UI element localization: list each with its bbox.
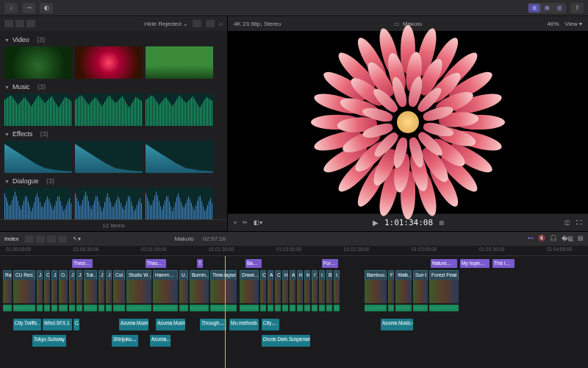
import-button[interactable]: ↓ bbox=[4, 3, 18, 13]
clip-video-thumb[interactable] bbox=[190, 280, 209, 303]
timeline-tracks[interactable]: Thesi…Thes…T…Ba…For…Nature…My hope…This … bbox=[0, 256, 588, 368]
category-dialogue[interactable]: ▼Dialogue (3) bbox=[4, 177, 223, 185]
tools-icon[interactable]: ✂︎ bbox=[243, 219, 248, 226]
workspace-seg-3[interactable]: ▥ bbox=[553, 4, 565, 13]
snapping-icon[interactable]: �磁 bbox=[562, 235, 573, 243]
clip-audio2[interactable]: City Traffic bbox=[13, 319, 41, 330]
clip-video-thumb[interactable] bbox=[413, 280, 428, 303]
clip-marker[interactable]: T… bbox=[197, 259, 203, 268]
clip-audio2[interactable]: Azuma… bbox=[150, 335, 171, 347]
clip-video-thumb[interactable] bbox=[84, 280, 97, 303]
clip-connected-audio[interactable] bbox=[126, 305, 151, 311]
playhead[interactable] bbox=[225, 256, 226, 368]
clip-video-thumb[interactable] bbox=[126, 280, 151, 303]
clip-video-thumb[interactable] bbox=[240, 280, 259, 303]
clip-audio2[interactable]: Shinjuku… bbox=[112, 335, 138, 347]
titles-icon[interactable] bbox=[26, 20, 35, 27]
clip-video-thumb[interactable] bbox=[319, 280, 325, 303]
search-icon[interactable]: ⌕ bbox=[219, 20, 223, 27]
clip-video-thumb[interactable] bbox=[388, 280, 394, 303]
clip-connected-audio[interactable] bbox=[268, 305, 273, 311]
clip-video-thumb[interactable] bbox=[44, 280, 50, 303]
clip-connected-audio[interactable] bbox=[84, 305, 97, 311]
retime-icon[interactable]: ◧▾ bbox=[254, 219, 262, 226]
clip-audio2[interactable]: Tokyo Subway bbox=[32, 335, 66, 347]
effect-thumb[interactable] bbox=[75, 141, 143, 173]
timeline-appearance-icon[interactable]: ▤ bbox=[578, 235, 584, 243]
clip-connected-audio[interactable] bbox=[240, 305, 259, 311]
clip-connected-audio[interactable] bbox=[69, 305, 75, 311]
workspace-seg-1[interactable]: ▦ bbox=[528, 4, 540, 13]
clip-video-thumb[interactable] bbox=[179, 280, 188, 303]
photos-icon[interactable] bbox=[15, 20, 24, 27]
clip-connected-audio[interactable] bbox=[260, 305, 266, 311]
clip-video-thumb[interactable] bbox=[275, 280, 281, 303]
clip-connected-audio[interactable] bbox=[326, 305, 332, 311]
clip-video-thumb[interactable] bbox=[304, 280, 310, 303]
keyword-button[interactable]: ⊸ bbox=[22, 3, 35, 13]
clip-connected-audio[interactable] bbox=[429, 305, 459, 311]
clip-video-thumb[interactable] bbox=[13, 280, 35, 303]
clip-connected-audio[interactable] bbox=[275, 305, 281, 311]
clip-video-thumb[interactable] bbox=[153, 280, 178, 303]
clip-video-thumb[interactable] bbox=[69, 280, 75, 303]
timeline-ruler[interactable]: 01:00:00:0001:00:30:0001:01:00:0001:01:3… bbox=[0, 246, 588, 256]
clip-connected-audio[interactable] bbox=[113, 305, 125, 311]
filter-dropdown[interactable]: Hide Rejected ⌄ bbox=[145, 21, 188, 27]
video-thumb[interactable] bbox=[146, 46, 213, 79]
dialogue-thumb[interactable] bbox=[75, 188, 143, 219]
clip-connected-audio[interactable] bbox=[37, 305, 43, 311]
clip-audio2[interactable]: Wind SFX 1 bbox=[43, 319, 72, 330]
clip-connected-audio[interactable] bbox=[3, 305, 12, 311]
clip-video-thumb[interactable] bbox=[365, 280, 387, 303]
clip-connected-audio[interactable] bbox=[106, 305, 112, 311]
category-video[interactable]: ▼Video (3) bbox=[4, 36, 223, 43]
category-effects[interactable]: ▼Effects (3) bbox=[4, 130, 223, 138]
clip-video-thumb[interactable] bbox=[3, 280, 12, 303]
arrow-tool-icon[interactable]: ↖︎▾ bbox=[73, 236, 81, 242]
timeline-layout-icon[interactable] bbox=[36, 236, 45, 243]
clip-marker[interactable]: My hope… bbox=[460, 259, 490, 268]
clip-connected-audio[interactable] bbox=[190, 305, 209, 311]
clip-connected-audio[interactable] bbox=[210, 305, 237, 311]
effect-thumb[interactable] bbox=[146, 141, 213, 173]
clip-video-thumb[interactable] bbox=[210, 280, 237, 303]
clip-video-thumb[interactable] bbox=[106, 280, 112, 303]
clip-video-thumb[interactable] bbox=[260, 280, 266, 303]
clip-marker[interactable]: Nature… bbox=[431, 259, 457, 268]
clip-audio2[interactable]: Through… bbox=[200, 319, 226, 330]
clip-video-thumb[interactable] bbox=[268, 280, 273, 303]
clip-connected-audio[interactable] bbox=[413, 305, 428, 311]
clip-video-thumb[interactable] bbox=[76, 280, 82, 303]
clip-connected-audio[interactable] bbox=[282, 305, 288, 311]
clip-connected-audio[interactable] bbox=[153, 305, 178, 311]
clip-marker[interactable]: For… bbox=[322, 259, 338, 268]
clip-connected-audio[interactable] bbox=[395, 305, 412, 311]
effect-thumb[interactable] bbox=[4, 141, 72, 173]
clip-connected-audio[interactable] bbox=[297, 305, 303, 311]
clip-marker[interactable]: Thes… bbox=[146, 259, 166, 268]
share-button[interactable]: ⇪ bbox=[570, 3, 584, 13]
clip-connected-audio[interactable] bbox=[304, 305, 310, 311]
play-button[interactable]: ▶ bbox=[373, 219, 379, 227]
audio-meter-icon[interactable]: ▮▮ bbox=[439, 219, 443, 226]
workspace-segmented[interactable]: ▦ ▤ ▥ bbox=[528, 3, 566, 13]
video-thumb[interactable] bbox=[4, 46, 72, 79]
video-thumb[interactable] bbox=[75, 46, 143, 79]
clip-connected-audio[interactable] bbox=[76, 305, 82, 311]
clip-video-thumb[interactable] bbox=[51, 280, 57, 303]
clip-video-thumb[interactable] bbox=[282, 280, 288, 303]
dialogue-thumb[interactable] bbox=[146, 188, 213, 219]
loop-icon[interactable]: ◫ bbox=[564, 219, 570, 226]
prev-edit-icon[interactable]: ▿ bbox=[234, 219, 237, 226]
clip-audio2[interactable]: Mu methods… bbox=[229, 319, 259, 330]
clip-appearance-icon[interactable] bbox=[193, 20, 201, 27]
clip-video-thumb[interactable] bbox=[395, 280, 412, 303]
clip-audio2[interactable]: Drone Dark Suspense 1 bbox=[262, 335, 310, 347]
audio-thumb[interactable] bbox=[146, 93, 213, 126]
timeline-layout-icon[interactable] bbox=[47, 236, 56, 243]
clip-video-thumb[interactable] bbox=[98, 280, 104, 303]
clip-video-thumb[interactable] bbox=[113, 280, 125, 303]
clip-audio2[interactable]: C… bbox=[74, 319, 79, 330]
library-icon[interactable] bbox=[4, 20, 13, 27]
